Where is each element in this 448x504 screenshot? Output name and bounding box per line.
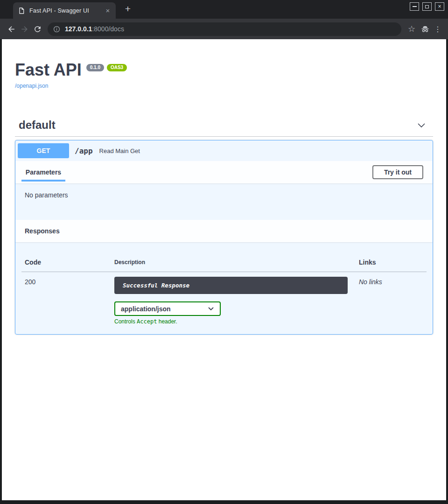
reload-icon bbox=[33, 25, 42, 34]
tag-name: default bbox=[19, 119, 56, 132]
column-header-description: Description bbox=[111, 249, 356, 272]
response-row: 200 Successful Response application/json… bbox=[21, 272, 427, 325]
parameters-header: Parameters Try it out bbox=[15, 161, 433, 183]
tab-close-icon[interactable]: × bbox=[104, 7, 112, 15]
browser-titlebar: Fast API - Swagger UI × + × bbox=[0, 0, 448, 19]
responses-heading: Responses bbox=[25, 227, 60, 235]
close-button[interactable]: × bbox=[435, 2, 444, 11]
version-badge: 0.1.0 bbox=[86, 64, 104, 71]
select-chevron-icon bbox=[208, 306, 214, 312]
media-type-value: application/json bbox=[121, 305, 171, 313]
operation-path: /app bbox=[75, 147, 93, 155]
tab-title: Fast API - Swagger UI bbox=[29, 7, 104, 14]
no-parameters-text: No parameters bbox=[25, 191, 423, 199]
bookmark-star-icon[interactable]: ☆ bbox=[405, 24, 418, 34]
url-host: 127.0.0.1 bbox=[65, 25, 92, 33]
tab-parameters[interactable]: Parameters bbox=[21, 161, 65, 183]
try-it-out-button[interactable]: Try it out bbox=[372, 165, 423, 179]
minimize-icon bbox=[413, 6, 417, 7]
operation-summary[interactable]: GET /app Read Main Get bbox=[15, 140, 433, 161]
parameters-body: No parameters bbox=[15, 183, 433, 220]
api-title: Fast API 0.1.0 OAS3 bbox=[15, 62, 433, 78]
responses-body: Code Description Links 200 Successful Re… bbox=[15, 242, 433, 334]
document-favicon-icon bbox=[18, 7, 25, 14]
incognito-icon bbox=[418, 24, 432, 34]
responses-table: Code Description Links 200 Successful Re… bbox=[21, 249, 427, 325]
oas3-badge: OAS3 bbox=[107, 64, 127, 71]
window-controls: × bbox=[410, 2, 444, 11]
openapi-spec-link[interactable]: /openapi.json bbox=[15, 83, 48, 89]
forward-button[interactable] bbox=[18, 22, 31, 35]
column-header-links: Links bbox=[356, 249, 427, 272]
browser-tab[interactable]: Fast API - Swagger UI × bbox=[13, 2, 116, 19]
accept-header-hint: Controls Accept header. bbox=[114, 318, 356, 325]
swagger-page: Fast API 0.1.0 OAS3 /openapi.json defaul… bbox=[2, 39, 446, 500]
maximize-button[interactable] bbox=[422, 2, 432, 11]
forward-arrow-icon bbox=[20, 25, 29, 34]
site-info-icon[interactable] bbox=[53, 26, 60, 33]
column-header-code: Code bbox=[21, 249, 111, 272]
url-text: 127.0.0.1:8000/docs bbox=[65, 25, 124, 33]
responses-header: Responses bbox=[15, 220, 433, 242]
parameters-tab-label: Parameters bbox=[26, 168, 61, 176]
response-code: 200 bbox=[21, 272, 111, 325]
media-type-select[interactable]: application/json bbox=[114, 301, 221, 316]
url-path: :8000/docs bbox=[92, 25, 124, 33]
browser-menu-icon[interactable]: ⋮ bbox=[432, 25, 443, 34]
method-badge: GET bbox=[18, 143, 69, 158]
operation-description: Read Main Get bbox=[99, 147, 140, 154]
new-tab-button[interactable]: + bbox=[122, 3, 133, 14]
address-bar[interactable]: 127.0.0.1:8000/docs bbox=[48, 22, 401, 36]
chevron-down-icon[interactable] bbox=[416, 120, 427, 130]
accept-code: Accept bbox=[137, 318, 157, 325]
reload-button[interactable] bbox=[31, 22, 44, 35]
maximize-icon bbox=[425, 5, 429, 8]
api-title-text: Fast API bbox=[15, 62, 82, 78]
response-description: Successful Response bbox=[114, 277, 348, 294]
browser-toolbar: 127.0.0.1:8000/docs ☆ ⋮ bbox=[0, 19, 448, 39]
tag-section-header[interactable]: default bbox=[15, 119, 433, 137]
operation-block: GET /app Read Main Get Parameters Try it… bbox=[15, 140, 433, 335]
back-button[interactable] bbox=[5, 22, 18, 35]
browser-window: Fast API - Swagger UI × + × bbox=[0, 0, 448, 504]
response-links: No links bbox=[356, 272, 427, 325]
api-info: Fast API 0.1.0 OAS3 /openapi.json bbox=[15, 39, 433, 90]
minimize-button[interactable] bbox=[410, 2, 419, 11]
back-arrow-icon bbox=[7, 25, 16, 34]
